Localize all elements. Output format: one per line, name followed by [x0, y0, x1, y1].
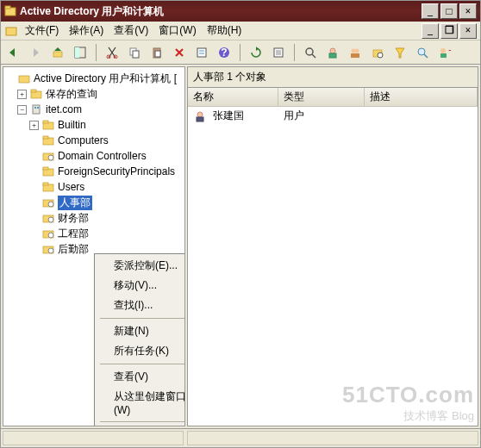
- tree-builtin[interactable]: + Builtin: [5, 117, 183, 133]
- menu-view[interactable]: 查看(V): [109, 22, 153, 40]
- svg-point-29: [378, 53, 383, 58]
- col-desc[interactable]: 描述: [365, 88, 478, 106]
- svg-rect-40: [37, 107, 39, 109]
- tree-saved-queries[interactable]: + 保存的查询: [5, 86, 183, 102]
- up-button[interactable]: [49, 44, 66, 61]
- ou-icon: [41, 227, 55, 240]
- window-title: Active Directory 用户和计算机: [20, 4, 422, 19]
- svg-point-54: [48, 217, 53, 222]
- forward-button[interactable]: [27, 44, 44, 61]
- ou-icon: [41, 243, 55, 255]
- list-grid[interactable]: 名称 类型 描述 张建国 用户: [187, 87, 478, 426]
- new-user-button[interactable]: [324, 44, 341, 61]
- export-list-button[interactable]: [270, 44, 287, 61]
- ctx-new-window[interactable]: 从这里创建窗口(W): [97, 387, 185, 419]
- tree-ou-hr[interactable]: 人事部: [5, 195, 183, 210]
- ctx-delegate[interactable]: 委派控制(E)...: [97, 256, 185, 276]
- svg-rect-5: [75, 47, 79, 58]
- list-row[interactable]: 张建国 用户: [188, 107, 478, 125]
- svg-point-23: [330, 48, 335, 53]
- toolbar-separator: [294, 44, 295, 61]
- menu-window[interactable]: 窗口(W): [153, 22, 201, 40]
- properties-button[interactable]: [193, 44, 210, 61]
- svg-rect-37: [31, 90, 36, 92]
- tree-users[interactable]: Users: [5, 179, 183, 195]
- ou-icon: [41, 212, 55, 224]
- cut-button[interactable]: [103, 44, 121, 61]
- ctx-find[interactable]: 查找(I)...: [97, 296, 185, 315]
- row-type: 用户: [278, 109, 365, 123]
- tree-domain[interactable]: − itet.com: [5, 102, 183, 117]
- row-name: 张建国: [213, 109, 244, 123]
- list-header: 人事部 1 个对象: [187, 66, 478, 87]
- tree-root-label: Active Directory 用户和计算机 [: [34, 72, 177, 86]
- svg-point-32: [440, 48, 446, 53]
- new-ou-button[interactable]: [369, 44, 386, 61]
- tree-domain-controllers[interactable]: Domain Controllers: [5, 148, 183, 164]
- ctx-new[interactable]: 新建(N): [97, 321, 185, 341]
- svg-rect-48: [43, 167, 48, 170]
- svg-rect-3: [53, 52, 62, 57]
- refresh-button[interactable]: [247, 44, 265, 61]
- tree-pane[interactable]: Active Directory 用户和计算机 [ + 保存的查询 − itet…: [3, 66, 185, 426]
- expand-icon[interactable]: +: [29, 121, 39, 130]
- tree-fsp[interactable]: ForeignSecurityPrincipals: [5, 164, 183, 179]
- minimize-button[interactable]: _: [422, 3, 439, 19]
- find-objects-button[interactable]: [414, 44, 431, 61]
- col-type[interactable]: 类型: [278, 88, 365, 106]
- svg-line-31: [424, 54, 428, 58]
- app-window: Active Directory 用户和计算机 _ □ × 文件(F) 操作(A…: [0, 0, 481, 448]
- col-name[interactable]: 名称: [188, 88, 278, 106]
- mdi-restore-button[interactable]: ❐: [440, 23, 458, 39]
- expand-icon[interactable]: +: [17, 90, 27, 99]
- collapse-icon[interactable]: −: [17, 105, 27, 115]
- copy-button[interactable]: [126, 44, 143, 61]
- mdi-minimize-button[interactable]: _: [422, 23, 439, 39]
- ctx-move[interactable]: 移动(V)...: [97, 276, 185, 296]
- toolbar-separator: [96, 44, 97, 61]
- svg-rect-24: [329, 53, 336, 58]
- context-menu: 委派控制(E)... 移动(V)... 查找(I)... 新建(N) 所有任务(…: [94, 253, 185, 426]
- list-pane: 人事部 1 个对象 名称 类型 描述 张建国 用户: [187, 66, 478, 426]
- ctx-separator: [100, 421, 185, 422]
- svg-rect-2: [6, 28, 16, 35]
- filter-button[interactable]: [391, 44, 409, 61]
- close-button[interactable]: ×: [459, 3, 477, 19]
- show-tree-button[interactable]: [72, 44, 89, 61]
- menu-action[interactable]: 操作(A): [64, 22, 109, 40]
- toolbar-separator: [240, 44, 240, 61]
- ou-icon: [41, 196, 55, 208]
- tree-root[interactable]: Active Directory 用户和计算机 [: [5, 71, 183, 86]
- find-button[interactable]: [302, 44, 319, 61]
- svg-point-21: [306, 48, 313, 55]
- add-to-group-button[interactable]: +: [436, 44, 453, 61]
- folder-icon: [41, 165, 55, 177]
- folder-icon: [41, 134, 55, 146]
- svg-point-46: [48, 155, 53, 160]
- folder-icon: [29, 88, 43, 100]
- svg-rect-9: [133, 51, 139, 58]
- svg-rect-33: [440, 53, 447, 58]
- menu-help[interactable]: 帮助(H): [202, 22, 247, 40]
- tree-computers[interactable]: Computers: [5, 133, 183, 148]
- new-group-button[interactable]: [347, 44, 364, 61]
- svg-rect-27: [351, 53, 359, 58]
- svg-rect-39: [34, 107, 36, 109]
- help-button[interactable]: ?: [216, 44, 233, 61]
- ctx-view[interactable]: 查看(V): [97, 367, 185, 387]
- ctx-cut[interactable]: 剪切(T): [97, 425, 185, 426]
- folder-icon: [41, 119, 55, 131]
- ctx-all-tasks[interactable]: 所有任务(K): [97, 341, 185, 361]
- mdi-close-button[interactable]: ×: [459, 23, 477, 39]
- window-controls: _ □ ×: [422, 3, 477, 19]
- ctx-separator: [100, 364, 185, 364]
- back-button[interactable]: [4, 44, 22, 61]
- maximize-button[interactable]: □: [440, 3, 458, 19]
- tree-ou-fin[interactable]: 财务部: [5, 210, 183, 226]
- menu-file[interactable]: 文件(F): [20, 22, 64, 40]
- svg-text:+: +: [448, 47, 451, 57]
- paste-button[interactable]: [148, 44, 166, 61]
- tree-ou-eng[interactable]: 工程部: [5, 226, 183, 241]
- delete-button[interactable]: [171, 44, 188, 61]
- svg-rect-38: [33, 105, 40, 114]
